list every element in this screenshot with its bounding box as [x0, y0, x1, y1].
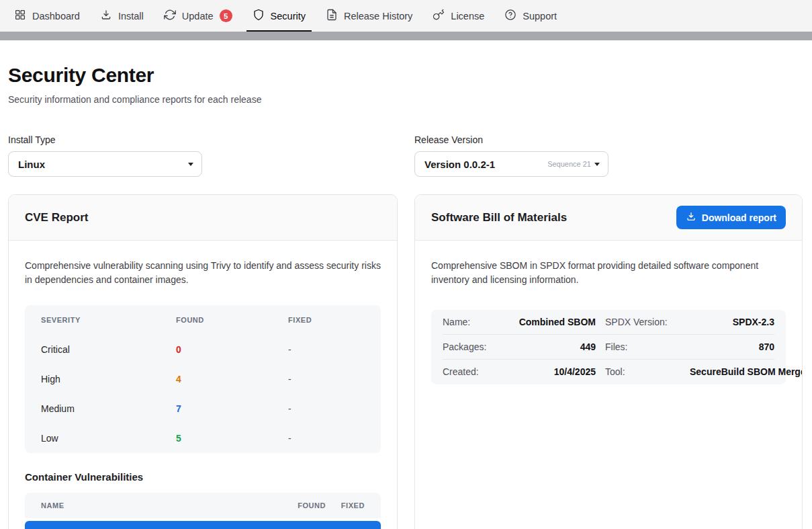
- download-icon: [100, 9, 112, 23]
- download-report-button[interactable]: Download report: [676, 206, 786, 229]
- found-count: 4: [176, 374, 288, 384]
- page-title: Security Center: [8, 64, 803, 87]
- install-type-filter: Install Type Linux: [8, 134, 398, 177]
- field-label: Tool:: [605, 366, 680, 377]
- release-version-label: Release Version: [414, 134, 803, 145]
- help-circle-icon: [504, 9, 516, 23]
- download-report-label: Download report: [702, 212, 776, 223]
- field-label: Name:: [443, 317, 502, 327]
- table-row: Medium 7 -: [25, 394, 381, 423]
- sbom-description: Comprehensive SBOM in SPDX format provid…: [431, 259, 786, 288]
- found-column-header: FOUND: [272, 501, 326, 510]
- field-value: Combined SBOM: [511, 317, 596, 327]
- tab-dashboard[interactable]: Dashboard: [4, 0, 90, 32]
- grid-icon: [14, 9, 26, 23]
- table-row: Low 5 -: [25, 423, 381, 453]
- tab-license[interactable]: License: [422, 0, 494, 32]
- page-subtitle: Security information and compliance repo…: [8, 94, 803, 105]
- field-value: SecureBuild SBOM Merger: [690, 366, 774, 377]
- severity-table: SEVERITY FOUND FIXED Critical 0 - High 4…: [25, 305, 381, 453]
- severity-column-header: SEVERITY: [41, 316, 176, 324]
- found-count: 7: [176, 403, 288, 414]
- field-value: SPDX-2.3: [690, 317, 774, 327]
- tab-label: Support: [523, 11, 557, 22]
- container-table-header: NAME FOUND FIXED: [25, 493, 381, 518]
- download-icon: [686, 211, 696, 224]
- cve-report-description: Comprehensive vulnerability scanning usi…: [25, 259, 381, 288]
- severity-name: Critical: [41, 344, 176, 355]
- divider-bar: [0, 32, 812, 40]
- release-version-select[interactable]: Version 0.0.2-1 Sequence 21: [414, 151, 608, 177]
- chevron-down-icon: [188, 163, 193, 166]
- tab-security[interactable]: Security: [242, 0, 316, 32]
- cve-report-card: CVE Report Comprehensive vulnerability s…: [8, 194, 398, 529]
- tab-label: Release History: [344, 11, 412, 22]
- fixed-count: -: [288, 403, 365, 414]
- table-row: Critical 0 -: [25, 335, 381, 364]
- install-type-value: Linux: [18, 159, 45, 170]
- fixed-count: -: [288, 374, 365, 384]
- table-row: Name: Combined SBOM SPDX Version: SPDX-2…: [443, 310, 774, 335]
- release-version-value: Version 0.0.2-1: [424, 159, 495, 170]
- update-count-badge: 5: [220, 9, 232, 22]
- key-icon: [433, 9, 445, 23]
- install-type-select[interactable]: Linux: [8, 151, 202, 177]
- fixed-count: -: [288, 433, 365, 444]
- table-row: High 4 -: [25, 364, 381, 394]
- tab-update[interactable]: Update 5: [154, 0, 242, 32]
- table-row: Packages: 449 Files: 870: [443, 335, 774, 360]
- sbom-title: Software Bill of Materials: [431, 211, 567, 225]
- document-icon: [326, 9, 338, 23]
- release-version-filter: Release Version Version 0.0.2-1 Sequence…: [414, 134, 803, 177]
- tab-label: Update: [182, 11, 214, 22]
- table-row: Created: 10/4/2025 Tool: SecureBuild SBO…: [443, 360, 774, 384]
- top-navigation: Dashboard Install Update 5 Security Rele…: [0, 0, 812, 32]
- field-label: SPDX Version:: [605, 317, 680, 327]
- field-value: 10/4/2025: [511, 366, 596, 377]
- field-label: Files:: [605, 341, 680, 352]
- install-type-label: Install Type: [8, 134, 398, 145]
- tab-label: License: [451, 11, 484, 22]
- tab-support[interactable]: Support: [494, 0, 567, 32]
- sbom-info-grid: Name: Combined SBOM SPDX Version: SPDX-2…: [431, 310, 786, 384]
- field-label: Packages:: [443, 341, 502, 352]
- severity-name: Medium: [41, 403, 176, 414]
- found-count: 0: [176, 344, 288, 355]
- fixed-column-header: FIXED: [288, 316, 365, 324]
- tab-label: Security: [271, 11, 306, 22]
- container-table-row-highlight[interactable]: [25, 521, 381, 529]
- cve-report-title: CVE Report: [25, 211, 88, 225]
- found-column-header: FOUND: [176, 316, 288, 324]
- found-count: 5: [176, 433, 288, 444]
- container-vulnerabilities-title: Container Vulnerabilities: [25, 471, 381, 483]
- refresh-icon: [164, 9, 176, 23]
- tab-label: Install: [118, 11, 144, 22]
- tab-label: Dashboard: [32, 11, 80, 22]
- sequence-label: Sequence 21: [547, 160, 591, 168]
- tab-install[interactable]: Install: [90, 0, 154, 32]
- name-column-header: NAME: [41, 501, 272, 510]
- tab-release-history[interactable]: Release History: [316, 0, 422, 32]
- sbom-card: Software Bill of Materials Download repo…: [414, 194, 803, 529]
- chevron-down-icon: [594, 163, 600, 166]
- fixed-column-header: FIXED: [326, 501, 365, 510]
- shield-icon: [253, 9, 265, 23]
- field-value: 870: [690, 341, 774, 352]
- severity-name: Low: [41, 433, 176, 444]
- severity-name: High: [41, 374, 176, 384]
- fixed-count: -: [288, 344, 365, 355]
- field-value: 449: [511, 341, 596, 352]
- field-label: Created:: [443, 366, 502, 377]
